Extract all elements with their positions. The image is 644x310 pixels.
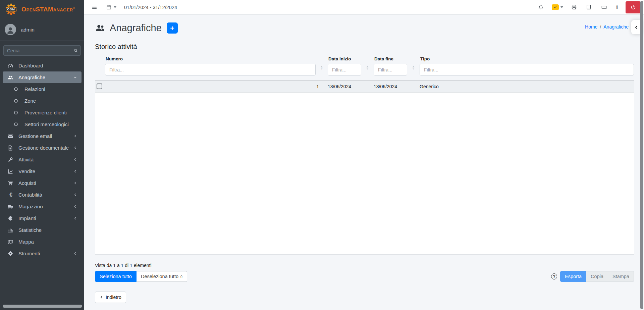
circle-o-icon bbox=[13, 86, 20, 92]
sidebar-item-label: Statistiche bbox=[18, 227, 42, 233]
filter-input-numero[interactable] bbox=[105, 64, 316, 75]
wrench-icon bbox=[7, 157, 14, 163]
breadcrumb-home-link[interactable]: Home bbox=[585, 24, 597, 30]
back-button[interactable]: Indietro bbox=[95, 292, 126, 303]
sidebar-item-vendite[interactable]: Vendite bbox=[3, 165, 82, 177]
users-icon bbox=[95, 23, 105, 33]
sidebar-search bbox=[3, 45, 81, 56]
column-label[interactable]: Data fine bbox=[374, 56, 407, 61]
deselect-count-badge: 0 bbox=[180, 275, 182, 279]
info-icon[interactable]: i bbox=[613, 4, 621, 11]
column-label[interactable]: Numero bbox=[106, 56, 316, 61]
calendar-button[interactable] bbox=[103, 2, 119, 12]
cell-tipo: Generico bbox=[420, 84, 634, 89]
sort-control: ▲▼ bbox=[361, 56, 374, 70]
sidebar-item-magazzino[interactable]: Magazzino bbox=[3, 201, 82, 212]
sidebar-item-label: Attività bbox=[18, 157, 34, 162]
sort-arrows-icon[interactable]: ▲▼ bbox=[320, 65, 323, 70]
sidebar-item-dashboard[interactable]: Dashboard bbox=[3, 60, 82, 71]
page-content: Anagrafiche + Home/Anagrafiche Storico a… bbox=[84, 15, 644, 303]
hamburger-menu-button[interactable] bbox=[89, 2, 100, 12]
column-data-fine: Data fine bbox=[374, 56, 407, 75]
export-button[interactable]: Esporta bbox=[560, 271, 586, 282]
manual-button[interactable] bbox=[583, 2, 595, 12]
book-icon bbox=[586, 4, 592, 10]
cell-data-fine: 13/06/2024 bbox=[374, 84, 420, 89]
chart-line-icon bbox=[7, 168, 14, 174]
cart-icon bbox=[7, 180, 14, 186]
table-body: 1 13/06/2024 13/06/2024 Generico bbox=[95, 80, 634, 255]
user-name[interactable]: admin bbox=[21, 27, 35, 33]
keyboard-icon bbox=[601, 4, 607, 10]
sidebar-item-label: Provenienze clienti bbox=[24, 110, 67, 115]
shortcuts-button[interactable] bbox=[598, 2, 610, 12]
osm-logo-text: OSM bbox=[6, 7, 16, 11]
page-header: Anagrafiche + Home/Anagrafiche bbox=[95, 20, 634, 36]
chevron-left-icon bbox=[73, 204, 77, 209]
sidebar-item-label: Impianti bbox=[18, 215, 36, 221]
filter-input-data-inizio[interactable] bbox=[328, 64, 361, 75]
gear-icon bbox=[7, 251, 14, 257]
column-label[interactable]: Data inizio bbox=[328, 56, 361, 61]
sidebar-item-label: Contabilità bbox=[18, 192, 42, 198]
sidebar-item-attivita[interactable]: Attività bbox=[3, 154, 82, 165]
logout-button[interactable] bbox=[626, 1, 641, 13]
sidebar-item-zone[interactable]: Zone bbox=[3, 95, 82, 107]
notifications-button[interactable] bbox=[535, 2, 547, 12]
breadcrumb-current-link[interactable]: Anagrafiche bbox=[603, 24, 629, 30]
brand-header[interactable]: ⚙ OSM OpenSTAManager® bbox=[0, 0, 84, 19]
filter-input-data-fine[interactable] bbox=[374, 64, 407, 75]
chevron-left-icon bbox=[73, 181, 77, 185]
select-all-button[interactable]: Seleziona tutto bbox=[95, 271, 137, 282]
sidebar-item-label: Dashboard bbox=[18, 63, 43, 68]
chevron-left-icon bbox=[73, 216, 77, 220]
sort-arrows-icon[interactable]: ▲▼ bbox=[412, 65, 415, 70]
print-button[interactable] bbox=[568, 2, 580, 12]
sidebar-item-gestione-documentale[interactable]: Gestione documentale bbox=[3, 142, 82, 154]
sidebar-item-impianti[interactable]: Impianti bbox=[3, 212, 82, 224]
help-icon[interactable]: ? bbox=[551, 273, 557, 279]
sidebar-item-mappa[interactable]: Mappa bbox=[3, 236, 82, 248]
deselect-all-button[interactable]: Deseleziona tutto0 bbox=[137, 271, 187, 282]
sidebar-item-settori-merceologici[interactable]: Settori merceologici bbox=[3, 118, 82, 130]
sidebar-item-strumenti[interactable]: Strumenti bbox=[3, 248, 82, 259]
chevron-left-icon bbox=[100, 295, 104, 299]
search-button[interactable] bbox=[71, 45, 81, 56]
sort-arrows-icon[interactable]: ▲▼ bbox=[366, 65, 369, 70]
search-input[interactable] bbox=[3, 45, 71, 56]
status-dropdown[interactable] bbox=[550, 3, 565, 11]
add-record-button[interactable]: + bbox=[167, 22, 178, 34]
vertical-scrollbar[interactable] bbox=[640, 1, 643, 309]
sidebar-item-acquisti[interactable]: Acquisti bbox=[3, 177, 82, 189]
sidebar-item-statistiche[interactable]: Statistiche bbox=[3, 224, 82, 236]
print-table-button[interactable]: Stampa bbox=[608, 271, 634, 282]
sidebar-item-contabilita[interactable]: € Contabilità bbox=[3, 189, 82, 201]
euro-icon: € bbox=[7, 192, 14, 198]
sort-control: ▲▼ bbox=[407, 56, 420, 70]
row-checkbox[interactable] bbox=[97, 84, 102, 89]
column-numero: Numero bbox=[105, 56, 316, 75]
map-icon bbox=[7, 239, 14, 245]
sidebar-item-anagrafiche[interactable]: Anagrafiche bbox=[3, 71, 82, 83]
table-row[interactable]: 1 13/06/2024 13/06/2024 Generico bbox=[95, 80, 634, 93]
sidebar-nav: Dashboard Anagrafiche Relazioni Zone Pro… bbox=[0, 60, 84, 259]
user-panel: admin bbox=[0, 19, 84, 41]
chevron-left-icon bbox=[73, 169, 77, 173]
copy-button[interactable]: Copia bbox=[586, 271, 608, 282]
table-header: Numero ▲▼ Data inizio ▲▼ Data fine ▲▼ Ti… bbox=[95, 56, 634, 75]
sidebar-item-relazioni[interactable]: Relazioni bbox=[3, 83, 82, 95]
truck-icon bbox=[7, 204, 14, 210]
search-icon bbox=[73, 48, 78, 53]
sidebar-horizontal-scrollbar[interactable] bbox=[3, 305, 82, 308]
sidebar-item-gestione-email[interactable]: Gestione email bbox=[3, 130, 82, 142]
filter-input-tipo[interactable] bbox=[420, 64, 634, 75]
registered-mark: ® bbox=[73, 7, 75, 10]
sidebar-item-label: Gestione documentale bbox=[18, 145, 69, 151]
sidebar-item-provenienze-clienti[interactable]: Provenienze clienti bbox=[3, 107, 82, 118]
person-icon bbox=[6, 26, 15, 35]
main-area: 01/01/2024 - 31/12/2024 i bbox=[84, 0, 644, 303]
column-label[interactable]: Tipo bbox=[420, 56, 634, 61]
sidebar-item-label: Acquisti bbox=[18, 180, 36, 186]
circle-o-icon bbox=[13, 121, 20, 127]
date-range-text[interactable]: 01/01/2024 - 31/12/2024 bbox=[124, 5, 177, 10]
